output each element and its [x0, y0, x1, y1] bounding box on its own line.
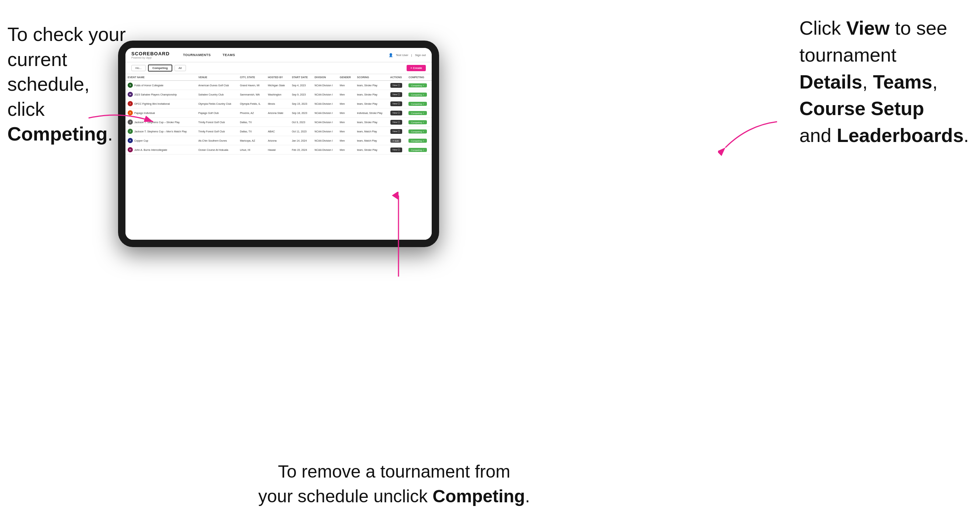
brand-subtitle: Powered by clippi	[131, 56, 170, 59]
cell-gender: Men	[337, 99, 355, 108]
cell-actions[interactable]: View ⓘ	[388, 145, 407, 154]
cell-city-state: Phoenix, AZ	[238, 108, 266, 117]
competing-button[interactable]: Competing ✓	[409, 83, 427, 87]
cell-event: I OFCC Fighting Illini Invitational	[126, 99, 196, 108]
cell-hosted-by: Illinois	[266, 99, 290, 108]
competing-button[interactable]: Competing ✓	[409, 129, 427, 133]
cell-gender: Men	[337, 136, 355, 145]
cell-competing[interactable]: Competing ✓	[406, 99, 432, 108]
cell-actions[interactable]: View ⓘ	[388, 127, 407, 136]
brand-title: SCOREBOARD	[131, 51, 170, 56]
table-header-row: EVENT NAME VENUE CITY, STATE HOSTED BY S…	[126, 74, 432, 81]
cell-venue: Trinity Forest Golf Club	[196, 117, 238, 127]
col-competing: COMPETING	[406, 74, 432, 81]
view-button[interactable]: View ⓘ	[390, 129, 402, 134]
view-button[interactable]: View ⓘ	[390, 92, 402, 97]
annotation-bottom-text: To remove a tournament fromyour schedule…	[258, 462, 530, 506]
cell-start-date: Oct 9, 2023	[290, 117, 312, 127]
filter-all-btn[interactable]: All	[175, 65, 186, 71]
cell-competing[interactable]: Competing ✓	[406, 127, 432, 136]
cell-event: A Papago Individual	[126, 108, 196, 117]
cell-actions[interactable]: ✏ Edit	[388, 136, 407, 145]
cell-gender: Men	[337, 127, 355, 136]
competing-button[interactable]: Competing ✓	[409, 148, 427, 152]
filter-home-btn[interactable]: Ho...	[131, 65, 146, 71]
brand: SCOREBOARD Powered by clippi	[131, 51, 170, 59]
view-button[interactable]: View ⓘ	[390, 148, 402, 152]
view-button[interactable]: View ⓘ	[390, 120, 402, 125]
cell-venue: Trinity Forest Golf Club	[196, 127, 238, 136]
cell-division: NCAA Division I	[312, 117, 337, 127]
nav-teams[interactable]: TEAMS	[220, 52, 237, 58]
col-scoring: SCORING	[355, 74, 388, 81]
annotation-bottom: To remove a tournament fromyour schedule…	[258, 459, 530, 509]
cell-division: NCAA Division I	[312, 127, 337, 136]
cell-division: NCAA Division I	[312, 136, 337, 145]
edit-button[interactable]: ✏ Edit	[390, 139, 401, 143]
cell-scoring: team, Stroke Play	[355, 145, 388, 154]
cell-start-date: Jan 14, 2024	[290, 136, 312, 145]
cell-city-state: Dallas, TX	[238, 117, 266, 127]
competing-button[interactable]: Competing ✓	[409, 120, 427, 124]
cell-competing[interactable]: Competing ✓	[406, 81, 432, 90]
toolbar: Ho... Competing All + Create	[126, 62, 432, 74]
view-button[interactable]: View ⓘ	[390, 83, 402, 88]
cell-division: NCAA Division I	[312, 90, 337, 99]
table-row: A Copper Cup Ak-Chin Southern DunesMaric…	[126, 136, 432, 145]
cell-hosted-by: Arizona	[266, 136, 290, 145]
cell-start-date: Sep 4, 2023	[290, 81, 312, 90]
cell-scoring: team, Stroke Play	[355, 90, 388, 99]
competing-button[interactable]: Competing ✓	[409, 139, 427, 143]
cell-event: J Jackson T. Stephens Cup – Stroke Play	[126, 117, 196, 127]
tournament-table: EVENT NAME VENUE CITY, STATE HOSTED BY S…	[126, 74, 432, 154]
cell-city-state: Olympia Fields, IL	[238, 99, 266, 108]
cell-division: NCAA Division I	[312, 99, 337, 108]
cell-event: H John A. Burns Intercollegiate	[126, 145, 196, 154]
col-venue: VENUE	[196, 74, 238, 81]
cell-gender: Men	[337, 90, 355, 99]
competing-button[interactable]: Competing ✓	[409, 102, 427, 106]
cell-actions[interactable]: View ⓘ	[388, 99, 407, 108]
table-row: H John A. Burns Intercollegiate Ocean Co…	[126, 145, 432, 154]
signout-link[interactable]: Sign out	[415, 54, 426, 57]
competing-button[interactable]: Competing ✓	[409, 92, 427, 97]
cell-competing[interactable]: Competing ✓	[406, 108, 432, 117]
view-button[interactable]: View ⓘ	[390, 102, 402, 106]
cell-city-state: Sammamish, WA	[238, 90, 266, 99]
cell-scoring: team, Match Play	[355, 136, 388, 145]
cell-hosted-by: Michigan State	[266, 81, 290, 90]
cell-gender: Men	[337, 117, 355, 127]
filter-competing-btn[interactable]: Competing	[148, 65, 172, 71]
cell-competing[interactable]: Competing ✓	[406, 117, 432, 127]
cell-competing[interactable]: Competing ✓	[406, 136, 432, 145]
cell-venue: Papago Golf Club	[196, 108, 238, 117]
cell-competing[interactable]: Competing ✓	[406, 90, 432, 99]
cell-actions[interactable]: View ⓘ	[388, 108, 407, 117]
cell-venue: Olympia Fields Country Club	[196, 99, 238, 108]
table-row: W 2023 Sahalee Players Championship Saha…	[126, 90, 432, 99]
competing-button[interactable]: Competing ✓	[409, 111, 427, 115]
cell-venue: American Dunes Golf Club	[196, 81, 238, 90]
cell-competing[interactable]: Competing ✓	[406, 145, 432, 154]
nav-tournaments[interactable]: TOURNAMENTS	[181, 52, 213, 58]
table-row: J Jackson T. Stephens Cup – Stroke Play …	[126, 117, 432, 127]
cell-start-date: Oct 11, 2023	[290, 127, 312, 136]
create-button[interactable]: + Create	[407, 65, 426, 71]
cell-actions[interactable]: View ⓘ	[388, 117, 407, 127]
cell-scoring: team, Stroke Play	[355, 81, 388, 90]
col-hosted-by: HOSTED BY	[266, 74, 290, 81]
nav-divider: |	[411, 54, 412, 57]
col-start-date: START DATE	[290, 74, 312, 81]
cell-hosted-by	[266, 117, 290, 127]
cell-gender: Men	[337, 145, 355, 154]
navbar: SCOREBOARD Powered by clippi TOURNAMENTS…	[126, 48, 432, 62]
view-button[interactable]: View ⓘ	[390, 111, 402, 116]
col-event-name: EVENT NAME	[126, 74, 196, 81]
nav-right: 👤 Test User | Sign out	[388, 53, 426, 57]
cell-actions[interactable]: View ⓘ	[388, 90, 407, 99]
cell-venue: Ak-Chin Southern Dunes	[196, 136, 238, 145]
cell-event: A Copper Cup	[126, 136, 196, 145]
cell-hosted-by: Arizona State	[266, 108, 290, 117]
cell-venue: Sahalee Country Club	[196, 90, 238, 99]
cell-actions[interactable]: View ⓘ	[388, 81, 407, 90]
